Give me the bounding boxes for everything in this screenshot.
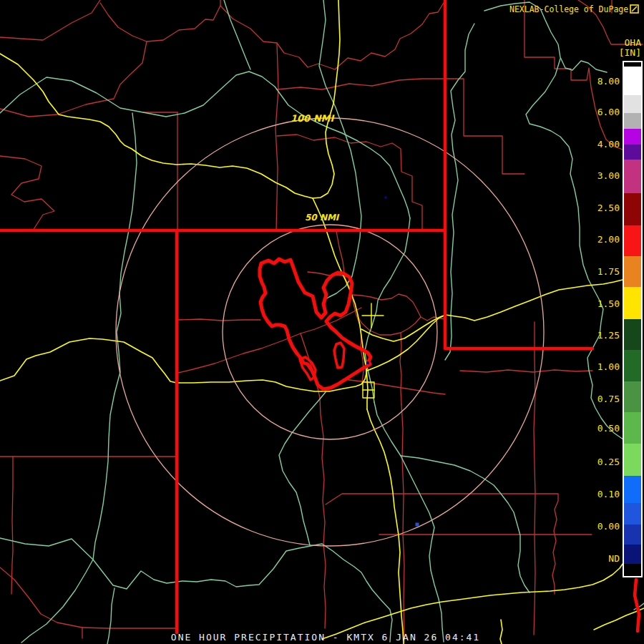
color-scale-segment <box>624 412 641 444</box>
color-scale-segment <box>624 145 641 160</box>
scale-tick-label: 0.75 <box>587 394 620 404</box>
nexlab-credit-text: NEXLAB-College of DuPage <box>509 4 628 14</box>
county-border-line <box>11 457 13 594</box>
color-scale-segment <box>624 503 641 525</box>
county-border-line <box>343 379 445 394</box>
state-border-line <box>635 580 639 631</box>
county-border-line <box>220 3 444 69</box>
scale-tick-label: 1.00 <box>587 361 620 372</box>
product-caption: ONE HOUR PRECIPITATION - KMTX 6 JAN 26 0… <box>171 632 480 643</box>
county-border-line <box>0 0 100 40</box>
county-border-line <box>178 308 361 373</box>
county-border-line <box>277 135 422 230</box>
county-border-line <box>460 370 592 372</box>
river-line <box>279 392 326 545</box>
county-border-line <box>320 398 326 628</box>
precip-echo-cell <box>366 361 369 364</box>
highway-line <box>367 409 404 644</box>
river-line <box>224 0 250 69</box>
color-scale-segment <box>624 564 641 574</box>
county-border-line <box>534 322 535 635</box>
product-units-label: [IN] <box>619 47 641 58</box>
river-line <box>21 113 137 643</box>
range-ring-label-50nmi: 50 NMI <box>305 213 338 223</box>
precip-echo-cell <box>385 197 387 199</box>
color-scale-segment <box>624 287 641 319</box>
scale-tick-label: 8.00 <box>587 76 620 87</box>
range-ring-100-nmi <box>116 118 544 546</box>
county-border-line <box>401 404 404 643</box>
scale-tick-label: ND <box>587 553 620 564</box>
radar-map-canvas <box>0 0 644 644</box>
river-line <box>0 72 328 127</box>
color-scale-segment <box>624 545 641 564</box>
range-ring-label-100nmi: 100 NMI <box>291 113 333 124</box>
scale-tick-label: 0.50 <box>587 423 620 434</box>
county-border-line <box>336 231 364 383</box>
scale-tick-label: 6.00 <box>587 107 620 117</box>
color-scale-segment <box>624 113 641 129</box>
color-scale-segment <box>624 67 641 95</box>
product-code-label: OHA <box>625 37 641 48</box>
scale-tick-label: 0.10 <box>587 489 620 499</box>
county-border-line <box>100 0 220 42</box>
color-scale-segment <box>624 350 641 381</box>
highway-line <box>0 0 340 198</box>
river-line <box>107 588 114 644</box>
color-scale-segment <box>624 476 641 503</box>
county-border-line <box>275 43 278 230</box>
scale-tick-label: 1.25 <box>587 330 620 341</box>
color-scale-segment <box>624 95 641 113</box>
precip-echo-cell <box>416 523 419 527</box>
county-border-line <box>352 294 445 321</box>
scale-tick-label: 2.50 <box>587 203 620 213</box>
color-scale-segment <box>624 319 641 350</box>
county-border-line <box>0 156 54 230</box>
scale-tick-label: 0.00 <box>587 521 620 532</box>
color-scale-segment <box>624 256 641 287</box>
highway-line <box>500 620 502 644</box>
scale-tick-label: 1.50 <box>587 298 620 309</box>
county-border-line <box>82 628 177 628</box>
color-scale-segment <box>624 525 641 545</box>
precip-color-scale <box>623 61 643 577</box>
highway-line <box>322 552 628 639</box>
county-border-line <box>277 79 445 89</box>
color-scale-segment <box>624 160 641 193</box>
cod-logo-icon <box>630 3 639 16</box>
scale-tick-label: 2.00 <box>587 234 620 245</box>
color-scale-segment <box>624 193 641 225</box>
scale-tick-label: 1.75 <box>587 266 620 277</box>
radar-display: 100 NMI 50 NMI NEXLAB-College of DuPage … <box>0 0 644 644</box>
scale-tick-label: 0.25 <box>587 457 620 467</box>
range-ring-50-nmi <box>223 225 437 439</box>
river-line <box>401 456 530 592</box>
scale-tick-label: 3.00 <box>587 170 620 181</box>
county-border-line <box>400 333 401 404</box>
color-scale-segment <box>624 444 641 476</box>
river-line <box>319 0 361 299</box>
highway-line <box>367 280 623 371</box>
color-scale-segment <box>624 225 641 256</box>
color-scale-segment <box>624 129 641 145</box>
color-scale-segment <box>624 381 641 412</box>
river-line <box>445 24 474 360</box>
county-border-line <box>177 319 260 321</box>
river-line <box>374 402 444 642</box>
county-border-line <box>0 42 147 117</box>
river-line <box>328 127 410 218</box>
lake-island-outline <box>334 343 344 368</box>
river-line <box>0 538 392 642</box>
scale-tick-label: 4.00 <box>587 139 620 150</box>
